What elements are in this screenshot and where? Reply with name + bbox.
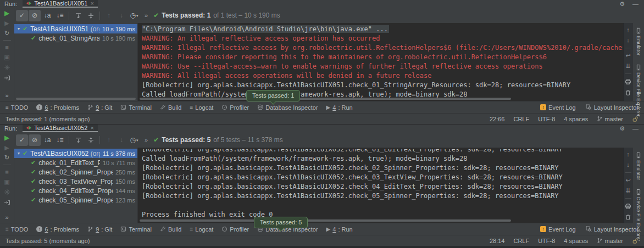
horizontal-scrollbar[interactable] — [140, 98, 511, 100]
scroll-down-icon[interactable]: ↓ — [626, 37, 630, 43]
test-case-row[interactable]: ✔ check_04_EditText_Properties 144 ms — [14, 186, 137, 195]
event-log-icon: ! — [540, 226, 546, 232]
test-tree[interactable]: ▾ ✔ TestA1BasicUIX052 (org.aplas.basica … — [14, 148, 137, 223]
collapse-all-button[interactable] — [85, 134, 97, 146]
more-actions-icon[interactable]: » — [5, 92, 8, 99]
console-line: WARNING: Illegal reflective access by or… — [142, 43, 623, 53]
line-separator[interactable]: CRLF — [513, 116, 529, 122]
winbar-git[interactable]: 9: Git — [87, 104, 112, 111]
more-toolbar-icon[interactable]: » — [145, 12, 148, 19]
file-encoding[interactable]: UTF-8 — [538, 116, 555, 122]
scroll-up-icon[interactable]: ↑ — [626, 27, 630, 33]
file-encoding[interactable]: UTF-8 — [538, 238, 555, 244]
winbar-terminal[interactable]: Terminal — [120, 104, 152, 111]
import-test-results-icon[interactable] — [4, 199, 10, 206]
import-test-results-icon[interactable] — [4, 75, 10, 81]
winbar-build[interactable]: Build — [160, 104, 181, 111]
winbar-profiler[interactable]: Profiler — [221, 104, 249, 111]
winbar-event-log[interactable]: !Event Log — [540, 104, 576, 111]
toggle-auto-test-icon[interactable]: ↻ — [4, 155, 9, 161]
clear-all-icon[interactable] — [625, 89, 631, 96]
winbar-build[interactable]: Build — [160, 226, 181, 233]
hide-icon[interactable]: — — [632, 126, 639, 132]
run-tab[interactable]: TestA1BasicUIX052 × — [23, 125, 98, 132]
sort-alphabetically-button[interactable]: ↓a — [41, 134, 53, 146]
chevron-down-icon[interactable]: ▾ — [18, 151, 20, 156]
tool-stripe-emulator[interactable]: Emulator — [635, 27, 642, 55]
line-separator[interactable]: CRLF — [513, 238, 529, 244]
rerun-icon[interactable]: ▶ — [4, 134, 9, 141]
unlocked-padlock-icon[interactable] — [632, 238, 639, 244]
print-icon[interactable] — [625, 78, 631, 85]
console-output[interactable]: [Robolectric] org.aplas.basicappx.TestA1… — [137, 148, 623, 223]
test-suite-row[interactable]: ▾ ✔ TestA1BasicUIX051 (org.aplas.basica … — [14, 24, 137, 33]
test-history-button[interactable]: ◷▾ — [128, 134, 140, 146]
print-icon[interactable] — [625, 203, 631, 210]
winbar-layout-inspector[interactable]: Layout Inspector — [586, 226, 639, 233]
show-ignored-toggle[interactable]: ⊘ — [29, 10, 41, 21]
winbar-logcat[interactable]: ≡Logcat — [190, 104, 213, 111]
test-history-button[interactable]: ◷▾ — [128, 10, 140, 21]
winbar-todo[interactable]: ≡TODO — [5, 226, 28, 233]
test-suite-row[interactable]: ▾ ✔ TestA1BasicUIX052 (org.aplas.basica … — [14, 149, 137, 158]
test-tree[interactable]: ▾ ✔ TestA1BasicUIX051 (org.aplas.basica … — [14, 23, 137, 101]
winbar-profiler[interactable]: Profiler — [221, 226, 249, 233]
unlocked-padlock-icon[interactable] — [632, 116, 639, 122]
console-output[interactable]: "C:\Program Files\Android\Android Studio… — [137, 23, 623, 101]
winbar-event-log[interactable]: !Event Log — [540, 226, 576, 233]
collapse-all-button[interactable] — [85, 10, 97, 21]
clear-all-icon[interactable] — [625, 214, 631, 221]
test-case-row[interactable]: ✔ check_05_Spinner_Properties 123 ms — [14, 195, 137, 205]
test-case-row[interactable]: ✔ check_03_TextView_Properties 150 ms — [14, 177, 137, 186]
winbar-todo[interactable]: ≡TODO — [5, 104, 28, 111]
sort-by-duration-button[interactable]: ↓≡ — [54, 134, 66, 146]
caret-position[interactable]: 22:66 — [490, 116, 505, 122]
more-toolbar-icon[interactable]: » — [145, 137, 148, 143]
scroll-down-icon[interactable]: ↓ — [626, 162, 630, 168]
expand-all-button[interactable] — [72, 10, 84, 21]
git-branch-widget[interactable]: master — [597, 116, 623, 122]
more-actions-icon[interactable]: » — [5, 214, 8, 221]
winbar-terminal[interactable]: Terminal — [120, 226, 152, 233]
indent-setting[interactable]: 4 spaces — [564, 238, 588, 244]
show-passed-toggle[interactable]: ✓ — [16, 134, 28, 146]
scroll-to-end-icon[interactable]: ⇊ — [625, 63, 630, 69]
tool-stripe-emulator[interactable]: Emulator — [635, 152, 642, 180]
winbar-problems[interactable]: !6: Problems — [36, 104, 79, 111]
run-tab[interactable]: TestA1BasicUIX051 × — [23, 0, 98, 8]
hide-icon[interactable]: — — [632, 1, 639, 7]
winbar-logcat[interactable]: ≡Logcat — [190, 226, 213, 233]
git-branch-widget[interactable]: master — [597, 238, 623, 244]
scroll-to-end-icon[interactable]: ⇊ — [625, 188, 630, 194]
console-line: WARNING: Please consider reporting this … — [142, 53, 623, 62]
divider — [69, 12, 69, 20]
gear-icon[interactable]: ⚙ — [619, 1, 625, 7]
sort-alphabetically-button[interactable]: ↓a — [41, 10, 53, 21]
caret-position[interactable]: 28:14 — [490, 238, 505, 244]
gear-icon[interactable]: ⚙ — [619, 126, 625, 132]
close-icon[interactable]: × — [90, 125, 93, 131]
indent-setting[interactable]: 4 spaces — [564, 116, 588, 122]
sort-by-duration-button[interactable]: ↓≡ — [54, 10, 66, 21]
winbar-run[interactable]: ▶4: Run — [326, 226, 353, 233]
soft-wrap-icon[interactable]: ↩ — [625, 177, 630, 183]
rerun-icon[interactable]: ▶ — [4, 10, 9, 16]
chevron-down-icon[interactable]: ▾ — [18, 26, 20, 31]
horizontal-scrollbar[interactable] — [140, 219, 511, 222]
horizontal-scrollbar[interactable] — [16, 98, 136, 100]
winbar-problems[interactable]: !6: Problems — [36, 226, 79, 233]
show-ignored-toggle[interactable]: ⊘ — [29, 134, 41, 146]
test-case-row[interactable]: ✔ check_02_Spinner_Properties 250 ms — [14, 167, 137, 177]
show-passed-toggle[interactable]: ✓ — [16, 10, 28, 21]
soft-wrap-icon[interactable]: ↩ — [625, 53, 630, 59]
winbar-git[interactable]: 9: Git — [87, 226, 112, 233]
expand-all-button[interactable] — [72, 134, 84, 146]
winbar-run[interactable]: ▶4: Run — [326, 104, 353, 111]
winbar-layout-inspector[interactable]: Layout Inspector — [586, 104, 639, 111]
close-icon[interactable]: × — [90, 1, 93, 7]
scroll-up-icon[interactable]: ↑ — [626, 151, 630, 157]
test-case-row[interactable]: ✔ check_01_EditText_Properties 10 s 711 … — [14, 158, 137, 167]
winbar-database-inspector[interactable]: Database Inspector — [257, 104, 318, 111]
toggle-auto-test-icon[interactable]: ↻ — [4, 30, 9, 36]
test-case-row[interactable]: ✔ check_01_StringArray_Resources 10 s 19… — [14, 33, 137, 43]
